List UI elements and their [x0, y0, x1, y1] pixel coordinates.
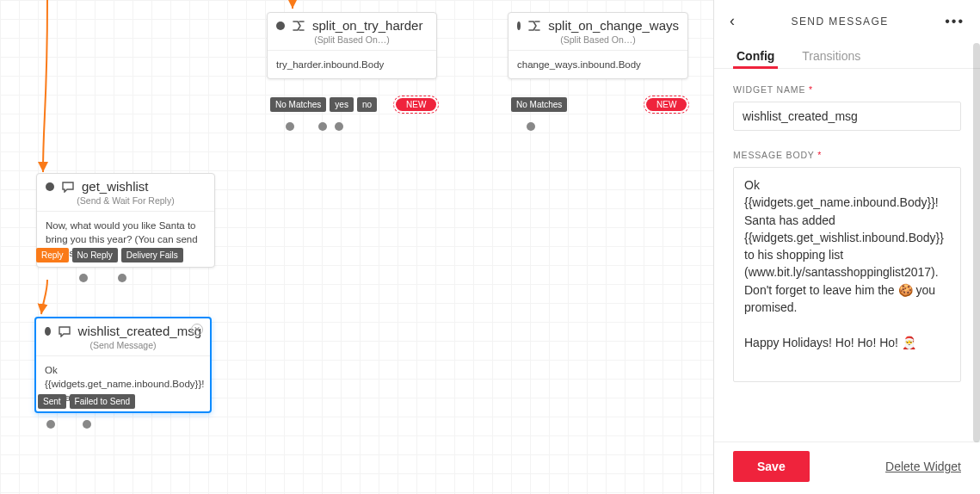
- chip-reply[interactable]: Reply: [36, 248, 69, 262]
- back-button[interactable]: ‹: [730, 12, 735, 30]
- tab-config[interactable]: Config: [733, 44, 778, 68]
- node-subtitle: (Send Message): [36, 340, 210, 355]
- node-subtitle: (Split Based On…): [508, 34, 687, 50]
- port[interactable]: [83, 420, 91, 429]
- more-menu-icon[interactable]: •••: [945, 14, 965, 29]
- delete-widget-link[interactable]: Delete Widget: [885, 460, 961, 473]
- widget-name-input[interactable]: [733, 102, 961, 131]
- chat-icon: [58, 324, 71, 337]
- node-body: change_ways.inbound.Body: [508, 50, 687, 78]
- config-panel: ‹ SEND MESSAGE ••• Config Transitions WI…: [713, 0, 980, 494]
- scrollbar[interactable]: [973, 43, 980, 442]
- message-body-label-text: MESSAGE BODY: [733, 150, 815, 160]
- node-subtitle: (Split Based On…): [268, 34, 436, 50]
- port[interactable]: [79, 274, 88, 282]
- node-split-on-try-harder[interactable]: split_on_try_harder (Split Based On…) tr…: [267, 12, 437, 79]
- chat-icon: [61, 180, 75, 193]
- tab-transitions[interactable]: Transitions: [798, 44, 864, 68]
- port[interactable]: [335, 122, 343, 131]
- port[interactable]: [527, 122, 535, 131]
- node-port-dot: [45, 327, 51, 336]
- chip-delivery-fails[interactable]: Delivery Fails: [121, 248, 183, 262]
- message-body-label: MESSAGE BODY *: [733, 150, 961, 160]
- chip-yes[interactable]: yes: [330, 97, 354, 112]
- chip-sent[interactable]: Sent: [38, 394, 66, 409]
- node-split-on-change-ways[interactable]: split_on_change_ways (Split Based On…) c…: [508, 12, 688, 79]
- branch-icon: [292, 19, 305, 32]
- chip-no-matches[interactable]: No Matches: [511, 97, 567, 112]
- node-title: wishlist_created_msg: [78, 324, 201, 338]
- chip-no-reply[interactable]: No Reply: [72, 248, 118, 262]
- save-button[interactable]: Save: [733, 451, 810, 482]
- close-icon[interactable]: ×: [191, 324, 203, 336]
- node-title: split_on_change_ways: [548, 18, 679, 33]
- chip-failed-to-send[interactable]: Failed to Send: [70, 394, 136, 409]
- port[interactable]: [318, 122, 327, 131]
- widget-name-label-text: WIDGET NAME: [733, 84, 805, 95]
- port[interactable]: [286, 122, 294, 131]
- config-scroll-area[interactable]: WIDGET NAME * MESSAGE BODY * Ok {{widget…: [714, 69, 980, 442]
- port[interactable]: [46, 420, 55, 429]
- node-port-dot: [517, 22, 521, 30]
- chip-new[interactable]: NEW: [646, 98, 687, 111]
- node-title: split_on_try_harder: [312, 18, 422, 33]
- chip-new-container[interactable]: NEW: [644, 96, 689, 114]
- chip-no-matches[interactable]: No Matches: [270, 97, 326, 112]
- node-port-dot: [276, 22, 285, 30]
- widget-name-label: WIDGET NAME *: [733, 84, 961, 95]
- chip-new-container[interactable]: NEW: [393, 96, 439, 114]
- chip-new[interactable]: NEW: [396, 98, 436, 111]
- message-body-input[interactable]: Ok {{widgets.get_name.inbound.Body}}! Sa…: [733, 167, 961, 382]
- node-port-dot: [46, 182, 54, 191]
- flow-canvas[interactable]: split_on_try_harder (Split Based On…) tr…: [0, 0, 713, 494]
- node-body: try_harder.inbound.Body: [268, 50, 436, 78]
- chip-no[interactable]: no: [357, 97, 377, 112]
- branch-icon: [527, 19, 541, 32]
- node-title: get_wishlist: [82, 179, 149, 194]
- node-subtitle: (Send & Wait For Reply): [37, 195, 214, 211]
- port[interactable]: [118, 274, 126, 282]
- panel-title: SEND MESSAGE: [791, 15, 888, 28]
